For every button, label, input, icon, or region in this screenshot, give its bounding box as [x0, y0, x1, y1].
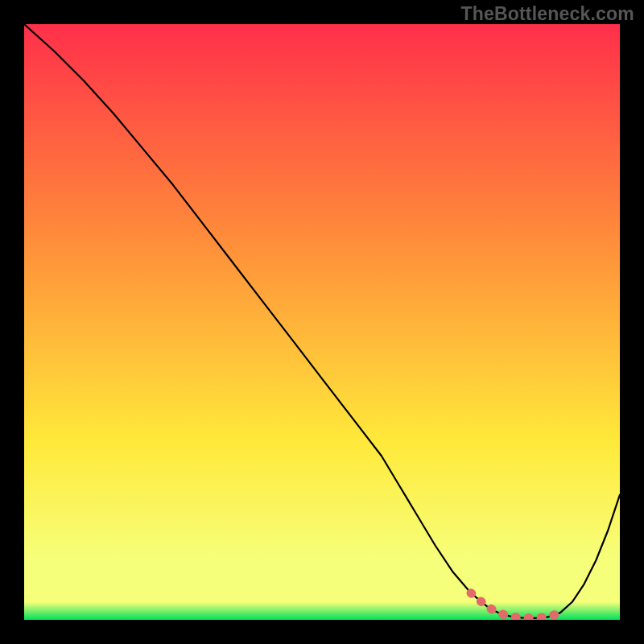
chart-container: TheBottleneck.com — [0, 0, 644, 644]
watermark-text: TheBottleneck.com — [460, 3, 634, 25]
chart-svg — [24, 24, 620, 620]
plot-area — [24, 24, 620, 620]
